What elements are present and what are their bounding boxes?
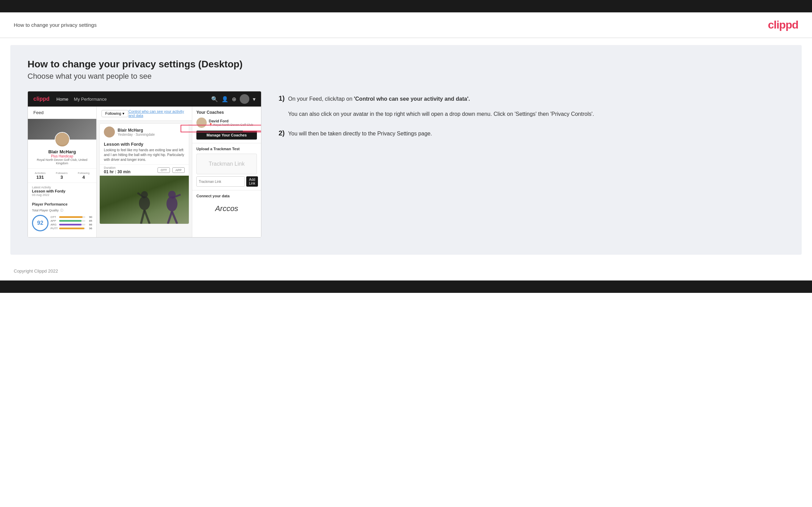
control-privacy-link[interactable]: Control who can see your activity and da…	[128, 109, 187, 118]
post-author-avatar	[104, 126, 115, 137]
profile-club: Royal North Devon Golf Club, United King…	[31, 158, 93, 165]
person-icon[interactable]: 👤	[221, 96, 228, 102]
coaches-title: Your Coaches	[196, 110, 257, 115]
profile-name: Blair McHarg	[31, 149, 93, 154]
instruction-1: 1) On your Feed, click/tap on 'Control w…	[279, 95, 784, 118]
app-body: Feed Blair McHarg Plus Handicap Royal No…	[28, 107, 261, 237]
duration-value: 01 hr : 30 min	[104, 169, 130, 174]
tag-ott: OTT	[158, 167, 170, 173]
app-right-panel: Your Coaches David Ford 📍 Royal North De…	[192, 107, 261, 237]
profile-stats: Activities 131 Followers 3 Following 4	[28, 168, 96, 183]
compass-icon[interactable]: ⊕	[232, 96, 236, 102]
two-column-layout: clippd Home My Performance 🔍 👤 ⊕ ▾	[28, 91, 784, 238]
svg-point-5	[166, 196, 177, 211]
tag-app: APP	[172, 167, 185, 173]
copyright: Copyright Clippd 2022	[14, 268, 58, 274]
svg-line-4	[144, 210, 150, 224]
page-heading: How to change your privacy settings (Des…	[28, 59, 784, 81]
instruction-number-2: 2)	[279, 129, 285, 137]
bar-arg: ARG 86	[51, 223, 92, 226]
post-header: Blair McHarg Yesterday · Sunningdale	[100, 124, 189, 140]
breadcrumb: How to change your privacy settings	[14, 22, 97, 28]
instructions-panel: 1) On your Feed, click/tap on 'Control w…	[275, 91, 784, 149]
following-button[interactable]: Following ▾	[101, 110, 128, 117]
app-sidebar: Feed Blair McHarg Plus Handicap Royal No…	[28, 107, 97, 237]
info-icon: ⓘ	[60, 209, 63, 212]
page-title: How to change your privacy settings (Des…	[28, 59, 784, 70]
bar-app: APP 85	[51, 219, 92, 222]
coach-name: David Ford	[209, 119, 253, 123]
post-title: Lesson with Fordy	[100, 140, 189, 147]
stat-activities: Activities 131	[35, 172, 46, 180]
trackman-input[interactable]	[196, 176, 245, 187]
chevron-down-icon[interactable]: ▾	[253, 96, 256, 102]
app-feed: Following ▾ Control who can see your act…	[97, 107, 192, 237]
svg-point-0	[139, 196, 150, 210]
svg-line-8	[168, 211, 172, 224]
instruction-2: 2) You will then be taken directly to th…	[279, 129, 784, 138]
logo: clippd	[768, 19, 798, 31]
bar-ott: OTT 90	[51, 216, 92, 219]
performance-bars: OTT 90 APP 85 ARG	[51, 216, 92, 231]
trackman-section: Upload a Trackman Test Trackman Link Add…	[192, 143, 261, 190]
post-author-name: Blair McHarg	[118, 128, 155, 133]
nav-icons: 🔍 👤 ⊕ ▾	[211, 94, 256, 104]
main-content: How to change your privacy settings (Des…	[10, 45, 802, 255]
stat-following: Following 4	[78, 172, 89, 180]
arccos-brand: Arccos	[196, 201, 257, 217]
arrow-connector	[243, 130, 261, 130]
bar-putt: PUTT 96	[51, 227, 92, 230]
page-subheading: Choose what you want people to see	[28, 72, 784, 81]
footer: Copyright Clippd 2022	[0, 262, 812, 280]
trackman-input-row: Add Link	[196, 176, 257, 187]
nav-home[interactable]: Home	[56, 97, 68, 102]
connect-title: Connect your data	[196, 194, 257, 198]
golfer-svg	[127, 176, 189, 224]
app-navbar: clippd Home My Performance 🔍 👤 ⊕ ▾	[28, 91, 261, 107]
feed-tab[interactable]: Feed	[28, 107, 96, 119]
quality-score: 92	[32, 215, 48, 231]
coach-item: David Ford 📍 Royal North Devon Golf Club	[196, 118, 257, 128]
trackman-title: Upload a Trackman Test	[196, 147, 257, 151]
profile-handicap: Plus Handicap	[31, 154, 93, 158]
stat-followers: Followers 3	[56, 172, 67, 180]
app-nav-logo: clippd	[33, 96, 50, 102]
post-meta: Yesterday · Sunningdale	[118, 133, 155, 136]
location-icon: 📍	[209, 123, 213, 126]
feed-post: Blair McHarg Yesterday · Sunningdale Les…	[99, 123, 189, 224]
post-duration: Duration 01 hr : 30 min OTT APP	[100, 164, 189, 176]
svg-line-9	[172, 211, 177, 224]
post-image	[100, 176, 189, 224]
coach-club: 📍 Royal North Devon Golf Club	[209, 123, 253, 126]
profile-avatar	[55, 132, 70, 147]
instruction-number-1: 1)	[279, 95, 285, 102]
search-icon[interactable]: 🔍	[211, 96, 218, 102]
trackman-placeholder: Trackman Link	[196, 154, 257, 174]
svg-line-3	[141, 210, 144, 224]
nav-my-performance[interactable]: My Performance	[74, 97, 107, 102]
coach-avatar	[196, 118, 207, 128]
add-link-button[interactable]: Add Link	[246, 176, 258, 187]
instruction-1-extra: You can also click on your avatar in the…	[288, 110, 594, 119]
coaches-section: Your Coaches David Ford 📍 Royal North De…	[192, 107, 261, 143]
chevron-icon: ▾	[122, 111, 124, 116]
top-bar	[0, 0, 812, 12]
post-description: Looking to feel like my hands are exitin…	[100, 147, 189, 164]
instruction-2-text: You will then be taken directly to the P…	[288, 129, 432, 138]
app-screenshot: clippd Home My Performance 🔍 👤 ⊕ ▾	[28, 91, 261, 238]
player-performance: Player Performance Total Player Quality …	[28, 199, 96, 234]
bottom-bar	[0, 280, 812, 293]
header: How to change your privacy settings clip…	[0, 12, 812, 38]
connect-section: Connect your data Arccos	[192, 190, 261, 220]
duration-label: Duration	[104, 166, 130, 169]
feed-header: Following ▾ Control who can see your act…	[97, 107, 192, 121]
avatar[interactable]	[240, 94, 249, 104]
profile-cover	[28, 119, 96, 140]
instruction-1-text: On your Feed, click/tap on 'Control who …	[288, 95, 594, 103]
latest-activity: Latest Activity Lesson with Fordy 03 Aug…	[28, 183, 96, 199]
